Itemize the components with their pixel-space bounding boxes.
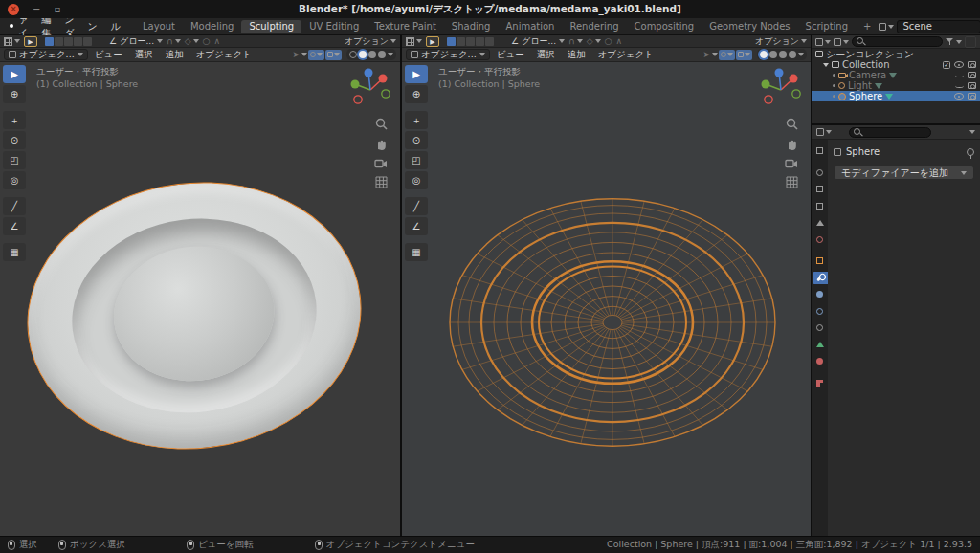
measure-tool[interactable]: ∠ [3,217,26,235]
pin-icon[interactable] [967,148,974,156]
select-box-tool[interactable]: ▶ [3,65,26,83]
menu-add[interactable]: 追加 [562,49,591,61]
disable-render-icon[interactable] [968,61,976,68]
outliner-filter-dropdown[interactable] [946,37,962,46]
hide-eye-icon[interactable] [954,61,964,68]
tab-modeling[interactable]: Modeling [183,20,242,33]
outliner-row-collection[interactable]: Collection ✓ [812,59,980,70]
mode-set-button[interactable] [45,37,54,46]
tab-constraints[interactable] [813,321,828,334]
outliner-row-scene-collection[interactable]: シーンコレクション [812,49,980,59]
add-cube-tool[interactable]: ▦ [3,243,26,261]
active-tool-button[interactable]: ▶ [426,36,439,47]
menu-object[interactable]: オブジェクト [190,49,257,61]
tab-physics[interactable] [813,305,828,318]
tab-object[interactable] [813,254,828,267]
disclosure-triangle-icon[interactable] [823,63,829,67]
snap-target-dropdown[interactable]: ◇ [587,36,601,46]
annotate-tool[interactable]: ╱ [3,197,26,215]
outliner-search-input[interactable] [852,36,943,47]
disable-render-icon[interactable] [968,82,976,89]
tab-uv-editing[interactable]: UV Editing [301,20,367,33]
mode-subtract-button[interactable] [64,37,73,46]
viewport-canvas-right[interactable]: ▶ ⊕ ＋ ⊙ ◰ ◎ ╱ ∠ ▦ ユーザー・平行投影 (1) Collecti… [402,62,811,536]
plate-object-wireframe[interactable] [402,62,811,536]
tab-world[interactable] [813,233,828,246]
snap-target-dropdown[interactable]: ◇ [185,36,199,46]
tab-animation[interactable]: Animation [498,20,562,33]
tab-rendering[interactable]: Rendering [562,20,626,33]
menu-object[interactable]: オブジェクト [592,49,659,61]
overlays-toggle[interactable] [719,50,735,60]
tab-compositing[interactable]: Compositing [627,20,702,33]
properties-editor-type-dropdown[interactable] [816,128,832,136]
mode-set-button[interactable] [447,37,456,46]
tab-texture[interactable] [813,377,828,389]
viewport-canvas-left[interactable]: ▶ ⊕ ＋ ⊙ ◰ ◎ ╱ ∠ ▦ ユーザー・平行投影 (1) Collecti… [0,62,400,536]
mode-selector[interactable]: オブジェク... [406,49,490,60]
tab-layout[interactable]: Layout [135,20,183,33]
snap-toggle[interactable]: ∩ [167,36,181,46]
new-collection-button[interactable] [965,36,976,48]
rendered-shading-button[interactable] [378,51,386,58]
orthographic-grid-icon[interactable] [375,176,388,188]
window-close-button[interactable]: × [8,4,19,15]
add-modifier-dropdown[interactable]: モディファイアーを追加 [834,166,974,180]
rendered-shading-button[interactable] [789,51,796,58]
options-dropdown[interactable]: オプション [755,35,807,48]
disable-render-icon[interactable] [968,72,976,78]
shading-dropdown[interactable] [798,53,804,56]
window-maximize-button[interactable]: ▫ [54,4,60,15]
hide-eye-icon[interactable] [954,93,964,100]
tab-modifiers[interactable] [813,272,828,284]
mode-invert-button[interactable] [476,37,484,46]
proportional-edit-toggle[interactable]: ○ [203,36,211,46]
transform-orientation-dropdown[interactable]: ∠ グロー... [511,35,565,48]
camera-view-icon[interactable] [374,158,388,168]
tab-texture-paint[interactable]: Texture Paint [367,20,444,33]
tab-scene[interactable] [813,216,828,229]
mode-intersect-button[interactable] [83,37,92,46]
outliner-row-light[interactable]: Light [812,80,980,91]
transform-tool[interactable]: ◎ [3,171,26,189]
overlays-toggle[interactable] [308,50,324,60]
solid-shading-button[interactable] [359,51,367,58]
tab-object-data[interactable] [813,339,828,351]
material-shading-button[interactable] [779,51,787,58]
shading-dropdown[interactable] [388,53,393,56]
proportional-edit-toggle[interactable]: ○ [605,36,612,46]
tab-sculpting[interactable]: Sculpting [241,20,301,33]
tab-material[interactable] [813,355,828,367]
mode-intersect-button[interactable] [485,37,494,46]
gizmo-dropdown[interactable]: ➤ [292,50,307,59]
zoom-icon[interactable] [375,118,388,130]
wireframe-shading-button[interactable] [760,51,768,58]
outliner-editor-type-dropdown[interactable] [815,38,831,46]
mode-extend-button[interactable] [55,37,63,46]
navigation-gizmo[interactable] [348,66,392,110]
scale-tool[interactable]: ◰ [3,151,26,169]
tab-render[interactable] [813,166,828,179]
tab-particles[interactable] [813,288,828,300]
disable-render-icon[interactable] [968,93,976,100]
outliner-row-sphere[interactable]: Sphere [812,91,980,101]
mode-invert-button[interactable] [74,37,82,46]
snap-toggle[interactable]: ∩ [568,36,583,46]
menu-add[interactable]: 追加 [160,49,189,61]
options-dropdown[interactable]: オプション [345,35,396,48]
rotate-tool[interactable]: ⊙ [3,131,26,149]
menu-view[interactable]: ビュー [491,49,530,61]
tab-geometry-nodes[interactable]: Geometry Nodes [702,20,797,33]
cursor-tool[interactable]: ⊕ [3,85,26,103]
xray-toggle[interactable] [736,50,752,60]
solid-shading-button[interactable] [769,51,777,58]
pan-hand-icon[interactable] [375,138,388,150]
editor-type-dropdown[interactable] [4,37,20,46]
gizmo-dropdown[interactable]: ➤ [702,50,718,59]
menu-select[interactable]: 選択 [531,49,561,61]
wireframe-shading-button[interactable] [349,51,357,58]
editor-type-dropdown[interactable] [406,37,422,46]
scene-browse-dropdown[interactable] [879,23,894,31]
mode-subtract-button[interactable] [466,37,475,46]
exclude-checkbox[interactable]: ✓ [943,61,950,69]
